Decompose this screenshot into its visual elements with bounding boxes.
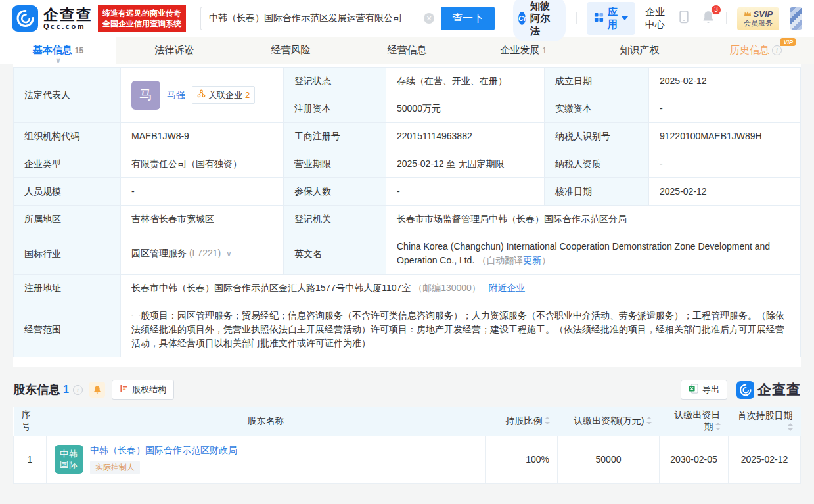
field-label: 工商注册号 — [284, 123, 386, 150]
first-date-value: 2025-02-12 — [729, 436, 801, 483]
sort-icon[interactable] — [646, 417, 652, 424]
vip-badge: VIP — [780, 38, 796, 46]
equity-structure-button[interactable]: 股权结构 — [112, 380, 174, 400]
tab-legal[interactable]: 法律诉讼 — [116, 37, 233, 64]
tab-operating-risk[interactable]: 经营风险 — [233, 37, 349, 64]
qcc-logo-icon — [12, 5, 38, 32]
col-no: 序号 — [14, 407, 47, 436]
search-bar: ✕ 查一下 — [200, 7, 495, 30]
apps-grid-icon — [594, 12, 604, 25]
divider — [576, 12, 577, 24]
org-link-icon — [197, 88, 206, 102]
equity-chart-icon — [120, 384, 128, 395]
field-value: 2025-02-12 — [649, 68, 801, 95]
monitor-bell-icon[interactable] — [89, 382, 105, 398]
legal-rep-cell: 马 马强 关联企业 2 — [121, 68, 284, 123]
excel-icon — [689, 384, 698, 396]
business-scope-cell: 一般项目：园区管理服务；贸易经纪；信息咨询服务（不含许可类信息咨询服务）；人力资… — [121, 302, 801, 357]
chevron-down-icon — [622, 16, 628, 20]
related-companies-badge[interactable]: 关联企业 2 — [192, 86, 255, 104]
shareholder-logo: 中韩 国际 — [55, 445, 83, 474]
field-value: - — [386, 178, 545, 206]
field-label: 国标行业 — [14, 233, 121, 275]
field-label: 组织机构代码 — [14, 123, 121, 150]
field-label: 企业类型 — [14, 150, 121, 178]
export-button[interactable]: 导出 — [681, 380, 727, 400]
sort-icon[interactable] — [545, 417, 550, 424]
field-value: - — [649, 95, 801, 123]
shareholders-count: 1 — [63, 384, 69, 396]
nearby-companies-link[interactable]: 附近企业 — [489, 283, 526, 293]
header-nav: Ci 知彼阿尔法 应用 企业中心 3 SVIP 会员服 — [513, 0, 802, 41]
sort-icon[interactable] — [715, 423, 721, 430]
field-label: 成立日期 — [545, 68, 649, 95]
info-icon[interactable]: i — [73, 385, 83, 395]
divider — [726, 12, 727, 24]
field-label: 登记机关 — [284, 206, 386, 233]
shareholders-card: 序号 股东名称 持股比例 认缴出资额(万元) 认缴出资日期 首次持股日期 1 中… — [13, 407, 801, 484]
field-label: 注册资本 — [284, 95, 386, 123]
crown-icon — [744, 10, 752, 18]
search-button[interactable]: 查一下 — [441, 7, 495, 30]
tab-intellectual-property[interactable]: 知识产权 — [581, 37, 698, 64]
col-name: 股东名称 — [47, 407, 486, 436]
shareholders-header: 股东信息 1 i 股权结构 导出 企查查 — [13, 380, 801, 400]
table-row: 1 中韩 国际 中韩（长春）国际合作示范区财政局 实际控制人 — [14, 436, 801, 483]
sort-icon[interactable] — [788, 423, 793, 431]
field-value: 吉林省长春市宽城区 — [121, 206, 284, 233]
col-sub-date: 认缴出资日期 — [660, 407, 729, 436]
field-label: 纳税人识别号 — [545, 123, 649, 150]
notifications-bell-icon[interactable]: 3 — [701, 10, 715, 27]
chevron-down-icon: ∨ — [55, 57, 61, 65]
brand-slogan: 缔造有远见的商业传奇 全国企业信用查询系统 — [98, 5, 186, 32]
tab-development[interactable]: 企业发展1 — [465, 37, 581, 64]
field-label: 所属地区 — [14, 206, 121, 233]
field-label: 实缴资本 — [545, 95, 649, 123]
legal-rep-link[interactable]: 马强 — [167, 88, 185, 102]
ratio-value: 100% — [486, 436, 558, 483]
info-icon: i — [772, 45, 782, 55]
chevron-down-icon[interactable]: ∨ — [226, 249, 232, 258]
user-avatar[interactable] — [790, 7, 802, 30]
zhibi-alpha-button[interactable]: Ci 知彼阿尔法 — [513, 0, 566, 41]
field-value: 存续（在营、开业、在册） — [386, 68, 545, 95]
shareholder-name-link[interactable]: 中韩（长春）国际合作示范区财政局 — [90, 445, 237, 455]
field-value: 91220100MAEB1JW89H — [649, 123, 801, 150]
field-value: 长春市市场监督管理局中韩（长春）国际合作示范区分局 — [386, 206, 801, 233]
field-value: 有限责任公司（国有独资） — [121, 150, 284, 178]
apps-menu-button[interactable]: 应用 — [587, 2, 635, 35]
notification-count-badge: 3 — [711, 5, 721, 15]
svip-member-button[interactable]: SVIP 会员服务 — [737, 7, 780, 30]
field-label: 注册地址 — [14, 275, 121, 302]
col-amount: 认缴出资额(万元) — [558, 407, 660, 436]
field-value: 2025-02-12 — [649, 178, 801, 206]
field-label: 登记状态 — [284, 68, 386, 95]
section-tabs: 基本信息15 ∨ 法律诉讼 经营风险 经营信息 企业发展1 知识产权 历史信息 … — [0, 37, 814, 64]
basic-info-table: 法定代表人 马 马强 关联企业 2 登记状态 — [13, 67, 801, 357]
qcc-watermark-logo: 企查查 — [736, 380, 801, 399]
shareholder-name-cell: 中韩 国际 中韩（长春）国际合作示范区财政局 实际控制人 — [47, 436, 486, 483]
field-value: - — [649, 150, 801, 178]
translate-update-link[interactable]: 更新 — [523, 255, 541, 265]
field-label: 法定代表人 — [14, 68, 121, 123]
field-label: 参保人数 — [284, 178, 386, 206]
tab-history-info[interactable]: 历史信息 i VIP — [698, 37, 814, 64]
search-input[interactable] — [200, 7, 441, 30]
tab-basic-info[interactable]: 基本信息15 ∨ — [0, 37, 116, 64]
address-cell: 长春市中韩（长春）国际合作示范区金汇大路1577号中韩大厦1107室 （邮编13… — [121, 275, 801, 302]
shareholders-title: 股东信息 — [13, 382, 60, 398]
tab-operating-info[interactable]: 经营信息 — [349, 37, 465, 64]
top-header: 企查查 Qcc.com 缔造有远见的商业传奇 全国企业信用查询系统 ✕ 查一下 … — [0, 0, 814, 37]
enterprise-center-link[interactable]: 企业中心 — [645, 6, 667, 31]
qcc-logo[interactable]: 企查查 Qcc.com 缔造有远见的商业传奇 全国企业信用查询系统 — [12, 5, 186, 32]
brand-domain: Qcc.com — [43, 22, 93, 30]
brand-name: 企查查 — [43, 7, 93, 22]
clear-search-icon[interactable]: ✕ — [424, 13, 434, 24]
field-label: 英文名 — [284, 233, 386, 275]
sub-date-value: 2030-02-05 — [660, 436, 729, 483]
legal-rep-avatar: 马 — [131, 81, 160, 110]
mobile-app-icon[interactable] — [677, 9, 690, 28]
amount-value: 50000 — [558, 436, 660, 483]
row-no: 1 — [14, 436, 47, 483]
field-value: 50000万元 — [386, 95, 545, 123]
